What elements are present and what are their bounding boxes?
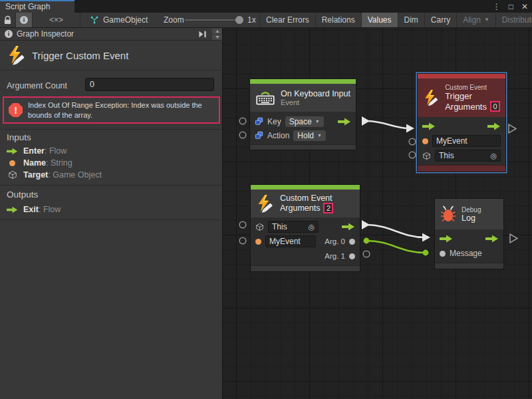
- trigger-target-port: [409, 152, 416, 158]
- arg0-output-port[interactable]: [349, 239, 355, 245]
- node-accent-bar: [250, 79, 356, 84]
- enum-icon: [255, 131, 263, 140]
- inspector-toggle-button[interactable]: i: [16, 13, 33, 27]
- scroll-spinner: [212, 29, 222, 41]
- zoom-slider-track[interactable]: [185, 19, 242, 21]
- string-port-icon[interactable]: [255, 239, 261, 245]
- flow-input-port[interactable]: [422, 122, 436, 130]
- dim-button[interactable]: Dim: [398, 13, 424, 27]
- outputs-header: Outputs: [7, 190, 38, 200]
- inspector-header: i Graph Inspector: [0, 28, 223, 41]
- action-dropdown[interactable]: Hold ▼: [293, 130, 326, 141]
- node-header: Custom Event Arguments 2: [251, 190, 360, 217]
- trigger-name-port: [409, 138, 416, 145]
- arg1-row: Arg. 1: [251, 249, 360, 263]
- carry-button[interactable]: Carry: [424, 13, 456, 27]
- node-title: On Keyboard Input: [281, 89, 350, 98]
- node-on-keyboard-input[interactable]: On Keyboard Input Event Key Space ▼: [249, 78, 356, 150]
- flow-row: [435, 231, 503, 246]
- flow-output-port[interactable]: [342, 223, 355, 231]
- error-message-box: ! Index Out Of Range Exception: Index wa…: [3, 96, 220, 124]
- chevron-down-icon: ▼: [484, 13, 489, 27]
- action-row: Action Hold ▼: [250, 128, 356, 142]
- arg1-output-port[interactable]: [349, 253, 355, 259]
- distribute-dropdown[interactable]: Distribute▼: [495, 13, 532, 27]
- toolbar-buttons: Clear Errors Relations Values Dim Carry …: [259, 13, 532, 27]
- error-icon: !: [9, 103, 23, 117]
- lock-button[interactable]: [0, 13, 16, 27]
- code-preview-button[interactable]: <×>: [33, 13, 80, 27]
- flow-output-port[interactable]: [338, 118, 351, 126]
- lock-icon: [3, 15, 12, 25]
- chevron-down-icon: ▼: [317, 133, 322, 138]
- string-port-icon[interactable]: [422, 138, 428, 144]
- collapse-panel-icon[interactable]: [198, 30, 207, 39]
- unity-script-graph-window: Script Graph ⋮ □ ✕ i <×> GameOb: [0, 0, 532, 399]
- values-button[interactable]: Values: [361, 13, 398, 27]
- code-icon: <×>: [49, 15, 63, 25]
- scroll-up-button[interactable]: [212, 29, 222, 34]
- node-title: Log: [462, 213, 481, 223]
- connection-arg0-to-message[interactable]: [364, 238, 429, 256]
- target-picker-icon[interactable]: ◎: [308, 223, 315, 231]
- custom-event-icon: [423, 89, 440, 106]
- zoom-value: 1x: [247, 15, 256, 25]
- message-input-port[interactable]: [440, 251, 446, 257]
- event-name-field[interactable]: MyEvent: [265, 235, 316, 247]
- cube-icon[interactable]: [255, 223, 264, 231]
- node-trigger-custom-event[interactable]: Custom Event Trigger Arguments 0 MyEvent: [417, 73, 506, 172]
- key-dropdown[interactable]: Space ▼: [285, 116, 324, 127]
- flow-input-port[interactable]: [440, 235, 453, 243]
- keyboard-key-port: [239, 118, 246, 124]
- argument-count-badge[interactable]: 2: [323, 203, 333, 213]
- argument-count-badge[interactable]: 0: [490, 101, 500, 112]
- cube-icon[interactable]: [422, 152, 431, 160]
- relations-button[interactable]: Relations: [315, 13, 361, 27]
- string-port-icon: [7, 160, 18, 166]
- up-arrow-icon: [215, 30, 219, 33]
- key-label: Key: [267, 117, 281, 126]
- node-debug-log[interactable]: Debug Log Message: [434, 198, 504, 269]
- custom-event-icon: [7, 45, 27, 65]
- gameobject-selector[interactable]: GameObject: [80, 13, 148, 27]
- divider: [0, 219, 222, 220]
- close-icon[interactable]: ✕: [521, 2, 528, 11]
- input-row-enter: Enter: Flow: [7, 146, 66, 156]
- maximize-icon[interactable]: □: [509, 2, 513, 11]
- target-field[interactable]: This ◎: [435, 150, 501, 162]
- event-name-row: MyEvent: [418, 134, 505, 148]
- node-custom-event[interactable]: Custom Event Arguments 2 This ◎: [250, 184, 360, 272]
- menu-icon[interactable]: ⋮: [493, 2, 501, 11]
- arg1-label: Arg. 1: [325, 252, 345, 260]
- flow-output-port[interactable]: [487, 122, 501, 130]
- graph-toolbar: i <×> GameObject Zoom 1x Clear Errors Re…: [0, 13, 532, 28]
- flow-port-icon: [7, 148, 18, 155]
- target-picker-icon[interactable]: ◎: [490, 152, 497, 160]
- target-field[interactable]: This ◎: [268, 221, 319, 233]
- custom-event-icon: [256, 194, 275, 213]
- message-label: Message: [450, 249, 482, 258]
- node-footer: [435, 263, 503, 269]
- node-footer: [418, 165, 505, 172]
- clear-errors-button[interactable]: Clear Errors: [259, 13, 315, 27]
- event-name-row: MyEvent Arg. 0: [251, 234, 360, 249]
- connection-receiver-to-debug[interactable]: [362, 220, 430, 242]
- node-header: Custom Event Trigger Arguments 0: [418, 78, 505, 117]
- scroll-down-button[interactable]: [212, 35, 222, 40]
- flow-port-icon: [7, 206, 18, 213]
- flow-output-port[interactable]: [485, 235, 499, 243]
- zoom-slider-handle[interactable]: [235, 16, 243, 24]
- node-footer: [251, 265, 360, 271]
- node-header: Debug Log: [435, 199, 503, 229]
- node-error-bar: [418, 74, 505, 78]
- cube-icon: [7, 170, 18, 180]
- argument-count-input[interactable]: [85, 78, 214, 91]
- align-dropdown[interactable]: Align▼: [456, 13, 495, 27]
- keyboard-input-icon: [255, 90, 275, 106]
- event-name-field[interactable]: MyEvent: [432, 135, 501, 147]
- tab-script-graph[interactable]: Script Graph: [0, 0, 74, 13]
- unit-title-block: Trigger Custom Event: [0, 41, 223, 70]
- message-row: Message: [435, 246, 503, 261]
- graph-canvas[interactable]: On Keyboard Input Event Key Space ▼: [223, 28, 532, 399]
- connection-keyboard-to-trigger[interactable]: [362, 116, 414, 133]
